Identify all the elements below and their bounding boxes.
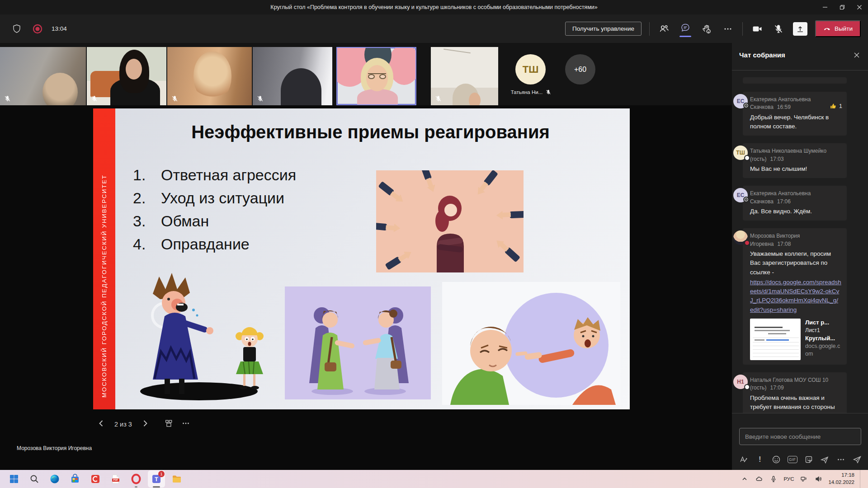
show-desktop-button[interactable] [860, 470, 862, 488]
chat-message-list[interactable]: ЕС Екатерина Анатольевна Скачкова16:59 1… [732, 77, 868, 413]
reactions-icon[interactable] [700, 22, 713, 36]
video-tile-selected[interactable] [336, 47, 416, 105]
toolbar-separator [742, 22, 743, 36]
participant-video [469, 93, 481, 105]
gif-icon[interactable]: GIF [788, 456, 797, 463]
link-preview-card[interactable]: Лист р... Лист1 Круглый... docs.google.c… [750, 319, 841, 360]
participant-video [281, 68, 321, 105]
message-text: Да. Все видно. Ждём. [750, 207, 841, 216]
video-tile[interactable] [253, 47, 332, 105]
taskbar: PDF T 1 РУС [0, 470, 868, 488]
more-participants-count[interactable]: +60 [565, 54, 595, 84]
close-chat-icon[interactable] [852, 50, 862, 60]
camera-icon[interactable] [750, 22, 764, 36]
video-tile[interactable] [431, 47, 498, 105]
video-tile[interactable] [0, 47, 86, 105]
sticker-icon[interactable] [804, 455, 814, 465]
file-explorer-icon[interactable] [168, 470, 185, 488]
opera-browser-icon[interactable] [127, 470, 145, 488]
chat-toggle[interactable] [679, 21, 692, 37]
message-input[interactable] [739, 428, 861, 445]
tray-mic-icon[interactable] [769, 474, 778, 483]
titlebar: Круглый стол «Проблема контроля в обучен… [0, 0, 868, 14]
university-name: МОСКОВСКИЙ ГОРОДСКОЙ ПЕДАГОГИЧЕСКИЙ УНИВ… [101, 174, 108, 398]
chat-message: Н1 Наталья Глотова МОУ СОШ 10 (гость)17:… [743, 372, 847, 413]
network-icon[interactable] [799, 474, 808, 483]
mic-muted-icon [434, 95, 442, 103]
message-author: Наталья Глотова МОУ СОШ 10 (гость) [750, 377, 828, 391]
close-button[interactable] [851, 0, 868, 14]
more-slide-options-icon[interactable] [182, 419, 190, 429]
teams-app-icon[interactable]: T 1 [148, 470, 165, 488]
slide-position: 2 из 3 [114, 421, 132, 428]
tray-chevron-up-icon[interactable] [740, 474, 749, 483]
mic-muted-icon[interactable] [772, 22, 785, 36]
format-icon[interactable] [739, 455, 749, 465]
minimize-button[interactable] [816, 0, 834, 14]
start-button[interactable] [5, 470, 23, 488]
record-indicator-icon [31, 22, 44, 36]
pdf-app-icon[interactable]: PDF [107, 470, 124, 488]
message-reaction[interactable]: 1 [830, 103, 842, 110]
registration-link[interactable]: https://docs.google.com/spreadsheets/d/1… [750, 278, 841, 314]
illustration-accusing-hands [376, 170, 524, 272]
participant-video [357, 89, 398, 105]
audio-participant-avatar[interactable]: ТШ [515, 54, 546, 84]
red-app-icon[interactable] [87, 470, 104, 488]
presence-offline-icon [743, 103, 749, 108]
previous-slide-icon[interactable] [97, 419, 105, 429]
taskbar-clock[interactable]: 17:18 14.02.2022 [828, 472, 854, 486]
slide-list-item: Обман [133, 210, 296, 233]
restore-button[interactable] [834, 0, 851, 14]
participant-video [126, 59, 142, 80]
forward-icon[interactable] [820, 455, 830, 465]
window-controls [816, 0, 868, 14]
spreadsheet-thumbnail [750, 319, 801, 360]
get-control-button[interactable]: Получить управление [565, 22, 642, 36]
search-icon[interactable] [26, 470, 43, 488]
slide-grid-icon[interactable] [165, 419, 173, 429]
chat-message: ЕС Екатерина Анатольевна Скачкова17:06 Д… [743, 186, 847, 221]
emoji-icon[interactable] [771, 455, 781, 465]
system-tray: РУС 17:18 14.02.2022 [740, 470, 868, 488]
video-tile[interactable] [87, 47, 166, 105]
slide-list-item: Ответная агрессия [133, 164, 296, 187]
edge-browser-icon[interactable] [46, 470, 63, 488]
mic-muted-icon [256, 95, 264, 103]
toolbar-right: Получить управление [565, 20, 868, 37]
message-author: Татьяна Николаевна Шумейко (гость) [750, 148, 826, 162]
onedrive-icon[interactable] [755, 474, 764, 483]
presentation-stage: МОСКОВСКИЙ ГОРОДСКОЙ ПЕДАГОГИЧЕСКИЙ УНИВ… [0, 105, 732, 470]
next-slide-icon[interactable] [141, 419, 149, 429]
participants-icon[interactable] [657, 22, 671, 36]
chat-selected-indicator [679, 36, 691, 37]
language-indicator[interactable]: РУС [783, 476, 794, 482]
participant-name: Татьяна Ни... [511, 89, 542, 95]
presenter-name: Морозова Виктория Игоревна [17, 445, 92, 451]
volume-icon[interactable] [814, 474, 823, 483]
importance-icon[interactable]: ! [755, 455, 765, 465]
running-indicator [153, 486, 160, 488]
presence-icon [744, 384, 750, 390]
leave-button[interactable]: Выйти [815, 20, 861, 37]
store-icon[interactable] [66, 470, 84, 488]
message-author: Морозова Виктория Игоревна [750, 233, 800, 247]
slide-controls: 2 из 3 [97, 419, 190, 429]
illustration-blaming-man [442, 282, 620, 405]
stop-sharing-button[interactable] [793, 22, 807, 36]
tray-date: 14.02.2022 [828, 479, 854, 486]
window-title: Круглый стол «Проблема контроля в обучен… [270, 4, 597, 10]
message-time: 17:03 [770, 156, 784, 162]
video-tile[interactable] [167, 47, 252, 105]
send-icon[interactable] [852, 455, 862, 465]
divider [732, 70, 868, 70]
svg-text:T: T [155, 476, 158, 483]
chat-message: ТШ Татьяна Николаевна Шумейко (гость)17:… [743, 143, 847, 178]
svg-text:PDF: PDF [113, 479, 118, 481]
attachment-sheet: Лист1 [805, 327, 841, 334]
tray-time: 17:18 [828, 472, 854, 479]
more-options-icon[interactable] [721, 22, 735, 36]
video-strip: ТШ Татьяна Ни... +60 [0, 43, 732, 105]
illustration-yelling-cartoon [127, 266, 277, 405]
more-composer-icon[interactable] [836, 455, 846, 465]
